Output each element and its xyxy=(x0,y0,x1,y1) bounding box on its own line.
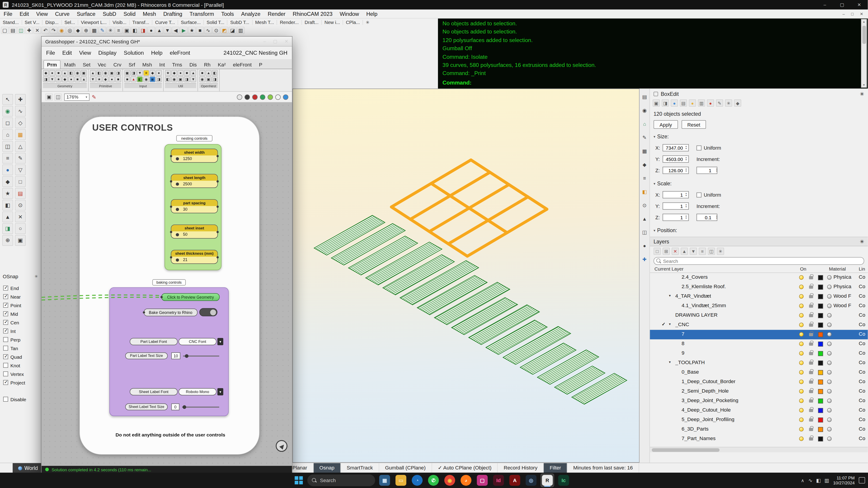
toolbar-icon[interactable]: ◀ xyxy=(172,27,180,34)
toolbar-icon[interactable]: ◩ xyxy=(221,27,228,34)
sheet-label-font-value[interactable]: Roboto Mono xyxy=(179,388,217,395)
panel-gear-icon[interactable] xyxy=(860,91,864,97)
panel-tab-icon[interactable]: ▤ xyxy=(680,99,687,107)
osnap-option[interactable]: Project xyxy=(0,378,41,387)
firefox-icon[interactable]: ◕ xyxy=(459,474,473,487)
toolbar-icon[interactable]: ✎ xyxy=(99,27,106,34)
osnap-checkbox[interactable] xyxy=(3,320,8,325)
status-bar-item[interactable]: SmartTrack xyxy=(341,463,379,473)
layer-color-swatch[interactable] xyxy=(818,360,823,365)
number-slider[interactable]: sheet width 1250 xyxy=(171,149,218,163)
layer-on-bulb-icon[interactable] xyxy=(799,436,804,441)
component-icon[interactable]: ▼ xyxy=(49,76,55,82)
toolbar-tab[interactable]: Sel... xyxy=(62,20,78,25)
layer-on-bulb-icon[interactable] xyxy=(799,275,804,280)
layer-lock-icon[interactable] xyxy=(809,437,813,441)
layer-name[interactable]: 6_3D_Parts xyxy=(681,426,708,431)
column-material[interactable]: Material xyxy=(829,266,846,271)
layer-on-bulb-icon[interactable] xyxy=(799,389,804,393)
toolbar-icon[interactable]: ≡ xyxy=(115,27,123,34)
layers-search-input[interactable] xyxy=(654,257,864,265)
component-icon[interactable]: ◆ xyxy=(150,70,156,76)
toolbar-icon[interactable]: ✚ xyxy=(25,27,33,34)
toolbar-icon[interactable]: ≡ xyxy=(641,174,648,182)
layer-row[interactable]: _CNC Co xyxy=(650,320,868,330)
osnap-option[interactable]: Tan xyxy=(0,344,41,352)
size-increment-spinner[interactable] xyxy=(714,167,719,174)
column-linetype[interactable]: Lin xyxy=(859,266,865,271)
component-icon[interactable]: ◧ xyxy=(212,70,218,76)
status-bar-item[interactable]: Filter xyxy=(544,463,567,473)
menu-item[interactable]: Transform xyxy=(186,11,218,17)
toolbar-icon[interactable]: ≡ xyxy=(2,153,13,164)
toolbar-icon[interactable]: ● xyxy=(147,27,155,34)
gh-category-tab[interactable]: Msh xyxy=(139,60,156,69)
scale-x-spinner[interactable] xyxy=(684,191,688,198)
status-bar-item[interactable]: Osnap xyxy=(314,463,341,473)
toolbar-tab[interactable]: Draft... xyxy=(302,20,322,25)
layer-lock-icon[interactable] xyxy=(809,418,813,422)
toggle-knob[interactable] xyxy=(210,310,216,315)
layer-row[interactable]: 7 Co xyxy=(650,330,868,339)
toolbar-icon[interactable]: ∿ xyxy=(205,27,212,34)
layer-material-icon[interactable] xyxy=(827,370,832,375)
slider-track[interactable]: 21 xyxy=(172,257,218,263)
display-mode-icon[interactable] xyxy=(283,94,288,100)
gh-category-tab[interactable]: Rh xyxy=(200,60,214,69)
layer-material-icon[interactable] xyxy=(827,294,832,299)
component-icon[interactable]: ◧ xyxy=(137,76,143,82)
toolbar-icon[interactable]: ⊕ xyxy=(2,235,13,246)
layer-material-icon[interactable] xyxy=(827,427,832,431)
layer-on-bulb-icon[interactable] xyxy=(799,360,804,365)
gh-category-tab[interactable]: Crv xyxy=(110,60,125,69)
layer-material-icon[interactable] xyxy=(827,351,832,356)
layer-color-swatch[interactable] xyxy=(818,303,823,308)
toolbar-icon[interactable]: ∿ xyxy=(15,106,26,117)
layer-name[interactable]: 1_Deep_Cutout_Border xyxy=(681,379,736,384)
toolbar-icon[interactable]: ↖ xyxy=(2,94,13,105)
osnap-option[interactable]: Int xyxy=(0,327,41,335)
layer-name[interactable]: 2.4_Covers xyxy=(681,274,708,280)
osnap-gear-icon[interactable] xyxy=(35,274,38,279)
layer-lock-icon[interactable] xyxy=(809,333,813,336)
gh-menu-item[interactable]: Display xyxy=(98,50,117,56)
number-slider[interactable]: sheet thickness (mm) 21 xyxy=(171,250,218,264)
layer-on-bulb-icon[interactable] xyxy=(799,351,804,356)
palette-group-label[interactable]: Input xyxy=(124,83,162,88)
layer-name[interactable]: 9 xyxy=(681,350,684,356)
display-mode-icon[interactable] xyxy=(244,94,250,100)
osnap-option[interactable]: Vertex xyxy=(0,369,41,378)
taskbar-search[interactable]: Search xyxy=(307,475,375,486)
layer-on-bulb-icon[interactable] xyxy=(799,332,804,336)
toolbar-tab[interactable]: Stand... xyxy=(0,20,22,25)
gh-menu-item[interactable]: eleFront xyxy=(170,50,190,56)
toolbar-icon[interactable]: ◫ xyxy=(2,141,13,152)
toolbar-icon[interactable]: ● xyxy=(641,242,648,249)
slider-track[interactable]: 2500 xyxy=(172,181,218,188)
menu-item[interactable]: Analyze xyxy=(238,11,264,17)
layer-color-swatch[interactable] xyxy=(818,418,823,422)
layer-on-bulb-icon[interactable] xyxy=(799,408,804,413)
toolbar-icon[interactable]: ✚ xyxy=(15,94,26,105)
size-increment-input[interactable] xyxy=(696,167,717,174)
component-icon[interactable]: ▣ xyxy=(81,70,87,76)
battery-icon[interactable]: ▥ xyxy=(824,477,829,483)
whatsapp-icon[interactable]: ✆ xyxy=(427,474,440,487)
toolbar-icon[interactable]: ◧ xyxy=(2,200,13,211)
toolbar-icon[interactable]: ◫ xyxy=(641,229,648,236)
component-icon[interactable]: ▣ xyxy=(109,70,115,76)
toolbar-icon[interactable]: ◉ xyxy=(58,27,66,34)
component-icon[interactable]: ◉ xyxy=(199,76,205,82)
layer-color-swatch[interactable] xyxy=(818,332,823,337)
toolbar-tab[interactable]: Curve T... xyxy=(152,20,178,25)
incopy-icon[interactable]: Ic xyxy=(557,474,570,487)
network-icon[interactable]: ∿ xyxy=(808,477,812,483)
layer-lock-icon[interactable] xyxy=(809,352,813,355)
panel-tab-icon[interactable]: ● xyxy=(671,99,678,107)
layers-horizontal-scrollbar[interactable] xyxy=(650,447,868,452)
toolbar-icon[interactable]: △ xyxy=(15,141,26,152)
nesting-group-label[interactable]: nesting controls xyxy=(176,135,213,141)
command-history-panel[interactable]: No objects added to selection.No objects… xyxy=(438,19,868,89)
gh-category-tab[interactable]: Prm xyxy=(43,60,61,69)
size-slider-track[interactable] xyxy=(182,406,219,408)
